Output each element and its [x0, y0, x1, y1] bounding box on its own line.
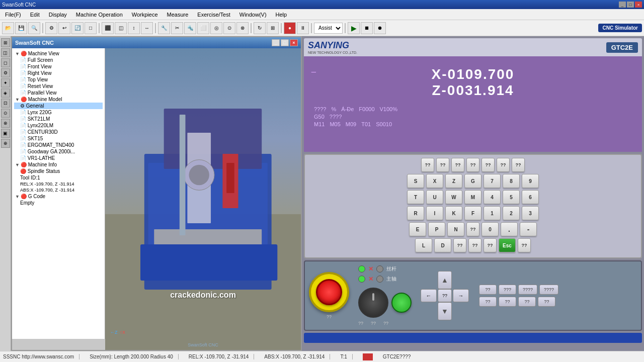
- key-r[interactable]: R: [407, 206, 424, 220]
- tree-item-skt21lm[interactable]: 📄 SKT21LM: [14, 116, 103, 122]
- toolbar-btn17[interactable]: ↻: [254, 22, 266, 34]
- sidebar-icon-10[interactable]: ▣: [1, 129, 10, 138]
- tree-item-right-view[interactable]: 📄 Right View: [14, 70, 103, 76]
- toolbar-btn16[interactable]: ⊗: [236, 22, 249, 34]
- tree-item-g-code[interactable]: ▼🔴 G Code: [14, 193, 103, 200]
- sidebar-icon-6[interactable]: ◈: [1, 88, 10, 98]
- key-f7[interactable]: ??: [512, 158, 525, 172]
- key-qm5[interactable]: ??: [484, 238, 497, 252]
- key-m[interactable]: M: [464, 190, 481, 204]
- key-n[interactable]: N: [447, 222, 464, 236]
- tree-item-machine-view[interactable]: ▼🔴 Machine View: [14, 50, 103, 57]
- maximize-button[interactable]: □: [627, 2, 634, 8]
- jog-center-button[interactable]: ??: [438, 289, 452, 302]
- toolbar-btn5[interactable]: □: [85, 22, 97, 34]
- key-i[interactable]: I: [426, 206, 443, 220]
- menu-edit[interactable]: Edit: [26, 11, 44, 19]
- key-w[interactable]: W: [445, 190, 462, 204]
- key-qm6[interactable]: ??: [518, 238, 531, 252]
- cnc-minimize-btn[interactable]: _: [272, 39, 280, 46]
- switch-x-1[interactable]: ✕: [368, 265, 373, 273]
- key-1[interactable]: 1: [484, 206, 501, 220]
- switch-x-2[interactable]: ✕: [368, 276, 373, 283]
- key-esc[interactable]: Esc: [499, 238, 516, 252]
- key-d[interactable]: D: [434, 238, 451, 252]
- key-f6[interactable]: ??: [497, 158, 510, 172]
- key-f2[interactable]: ??: [436, 158, 449, 172]
- toolbar-stop[interactable]: ⏹: [361, 22, 373, 34]
- toolbar-btn14[interactable]: ◎: [210, 22, 222, 34]
- toolbar-btn18[interactable]: ⊞: [267, 22, 279, 34]
- key-g[interactable]: G: [464, 174, 481, 188]
- cnc-close-btn[interactable]: ×: [290, 39, 298, 46]
- key-u[interactable]: U: [426, 190, 443, 204]
- toolbar-btn15[interactable]: ⊙: [223, 22, 235, 34]
- toolbar-btn12[interactable]: 🔩: [184, 22, 196, 34]
- key-qm4[interactable]: ??: [468, 238, 481, 252]
- key-dot[interactable]: .: [501, 222, 518, 236]
- jog-up-button[interactable]: ▲: [438, 271, 452, 289]
- key-6[interactable]: 6: [522, 190, 539, 204]
- cnc-maximize-btn[interactable]: □: [281, 39, 289, 46]
- key-l[interactable]: L: [415, 238, 432, 252]
- speed-dial[interactable]: [358, 288, 388, 318]
- toolbar-estop[interactable]: ●: [284, 22, 296, 34]
- key-f[interactable]: F: [464, 206, 481, 220]
- toolbar-open[interactable]: 📂: [2, 22, 14, 34]
- toolbar-search[interactable]: 🔍: [28, 22, 40, 34]
- key-t[interactable]: T: [407, 190, 424, 204]
- toolbar-btn9[interactable]: ↔: [141, 22, 153, 34]
- 3d-viewport[interactable]: crackedonic.com ←Z ↑X SwanSoft CNC: [105, 48, 301, 350]
- key-f1[interactable]: ??: [421, 158, 434, 172]
- func-btn-7[interactable]: ??: [518, 297, 536, 307]
- toolbar-btn2[interactable]: ⚙: [45, 22, 57, 34]
- key-z[interactable]: Z: [445, 174, 462, 188]
- func-btn-6[interactable]: ??: [499, 297, 516, 307]
- tree-item-top-view[interactable]: 📄 Top View: [14, 76, 103, 83]
- toolbar-record[interactable]: ⏺: [374, 22, 386, 34]
- toolbar-pause[interactable]: ⏸: [297, 22, 309, 34]
- key-f4[interactable]: ??: [466, 158, 479, 172]
- tree-item-parallel-view[interactable]: 📄 Parallel View: [14, 89, 103, 96]
- sidebar-icon-8[interactable]: ⊙: [1, 109, 10, 118]
- key-s[interactable]: S: [407, 174, 424, 188]
- estop-yellow-ring[interactable]: [309, 272, 349, 312]
- menu-help[interactable]: Help: [272, 11, 291, 19]
- minimize-button[interactable]: _: [619, 2, 626, 8]
- sidebar-icon-2[interactable]: ◫: [1, 48, 10, 57]
- tree-item-vr1-lathe[interactable]: 📄 VR1-LATHE: [14, 155, 103, 161]
- key-qm3[interactable]: ??: [453, 238, 466, 252]
- green-start-button[interactable]: [391, 293, 412, 313]
- tree-item-machine-info[interactable]: ▼🔴 Machine Info: [14, 161, 103, 168]
- menu-measure[interactable]: Measure: [163, 11, 193, 19]
- play-button[interactable]: ▶: [348, 22, 360, 34]
- toolbar-btn11[interactable]: ✂: [171, 22, 183, 34]
- toolbar-btn7[interactable]: ◫: [115, 22, 127, 34]
- jog-down-button[interactable]: ▼: [438, 302, 452, 320]
- tree-item-general[interactable]: ⚙ General: [14, 103, 103, 109]
- key-p[interactable]: P: [428, 222, 445, 236]
- tree-item-full-screen[interactable]: 📄 Full Screen: [14, 57, 103, 63]
- tree-item-front-view[interactable]: 📄 Front View: [14, 63, 103, 70]
- toolbar-btn4[interactable]: 🔄: [71, 22, 84, 34]
- tree-item-spindle-status[interactable]: 🔴 Spindle Status: [14, 168, 103, 174]
- menu-window[interactable]: Window(V): [235, 11, 271, 19]
- menu-exercise[interactable]: Exercise/Test: [193, 11, 234, 19]
- key-0[interactable]: 0: [481, 222, 499, 236]
- key-qm2[interactable]: ??: [466, 222, 479, 236]
- jog-right-button[interactable]: →: [453, 289, 469, 302]
- tree-item-reset-view[interactable]: 📄 Reset View: [14, 83, 103, 89]
- sidebar-icon-4[interactable]: ⚙: [1, 68, 10, 77]
- key-f5[interactable]: ??: [481, 158, 495, 172]
- key-5[interactable]: 5: [503, 190, 520, 204]
- jog-left-button[interactable]: ←: [421, 289, 437, 302]
- menu-machine-operation[interactable]: Machine Operation: [72, 11, 127, 19]
- toolbar-btn13[interactable]: ⬜: [197, 22, 209, 34]
- sidebar-icon-3[interactable]: ◻: [1, 58, 10, 67]
- toolbar-save[interactable]: 💾: [15, 22, 27, 34]
- func-btn-5[interactable]: ??: [479, 297, 497, 307]
- key-dash[interactable]: -: [520, 222, 537, 236]
- tree-item-centur30d[interactable]: 📄 CENTUR30D: [14, 129, 103, 135]
- func-btn-1[interactable]: ??: [479, 285, 497, 295]
- menu-file[interactable]: File(F): [1, 11, 25, 19]
